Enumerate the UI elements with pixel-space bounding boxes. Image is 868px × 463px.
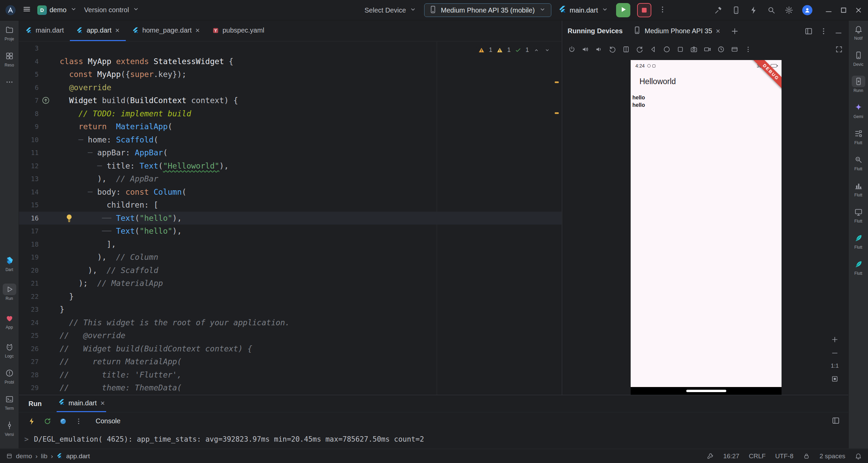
close-device-tab-icon[interactable]: × (716, 27, 720, 35)
scrollbar-warning-mark[interactable] (555, 81, 559, 83)
camera-button[interactable] (701, 43, 713, 55)
device-manager-icon[interactable] (732, 6, 741, 15)
left-strip-item-run[interactable]: Run (0, 284, 19, 301)
rotate-left-button[interactable] (606, 43, 618, 55)
bolt-icon[interactable] (749, 6, 758, 15)
code-line-4[interactable]: 4 class MyApp extends StatelessWidget { (19, 55, 561, 68)
restore-button[interactable] (715, 43, 727, 55)
code-line-19[interactable]: 19 ), // Column (19, 251, 561, 264)
breadcrumb-item[interactable]: app.dart (66, 452, 90, 460)
right-strip-item-notif[interactable]: Notif (849, 23, 868, 41)
version-control-menu[interactable]: Version control (84, 5, 140, 15)
code-line-18[interactable]: 18 ], (19, 238, 561, 251)
code-line-5[interactable]: 5 const MyApp({super.key}); (19, 68, 561, 81)
right-strip-item-flutt[interactable]: Flutt (849, 128, 868, 145)
main-menu-button[interactable] (22, 5, 31, 15)
right-strip-item-flutt[interactable]: Flutt (849, 180, 868, 197)
code-line-27[interactable]: 27 // return MaterialApp( (19, 355, 561, 368)
editor-tab-pubspec.yaml[interactable]: pubspec.yaml (206, 21, 270, 41)
zoom-ratio-label[interactable]: 1:1 (831, 363, 839, 369)
line-ending-indicator[interactable]: CRLF (749, 452, 766, 460)
rotate-right-button[interactable] (633, 43, 646, 55)
more-actions-kebab-icon[interactable] (658, 5, 667, 16)
left-strip-item-proje[interactable]: Proje (0, 24, 19, 41)
code-line-22[interactable]: 22 } (19, 290, 561, 303)
fit-screen-button[interactable] (833, 43, 845, 55)
close-tab-icon[interactable]: × (195, 27, 200, 34)
settings-icon[interactable] (785, 6, 793, 15)
code-line-29[interactable]: 29 // theme: ThemeData( (19, 381, 561, 394)
search-icon[interactable] (767, 6, 776, 15)
console-output[interactable]: > D/EGL_emulation( 4625): app_time_stats… (19, 430, 848, 448)
right-strip-item-runn[interactable]: Runn (849, 76, 868, 93)
back-button[interactable] (647, 43, 659, 55)
gesture-pill[interactable] (686, 390, 726, 392)
code-line-23[interactable]: 23 } (19, 303, 561, 316)
bolt-yellow-icon[interactable] (28, 417, 36, 425)
notifications-bell-icon[interactable] (855, 452, 862, 460)
code-editor[interactable]: 3 4 class MyApp extends StatelessWidget … (19, 42, 561, 395)
code-line-13[interactable]: 13 ), // AppBar (19, 172, 561, 186)
left-strip-item-app[interactable]: App (0, 312, 19, 330)
zoom-out-minus-icon[interactable] (831, 349, 839, 357)
project-selector[interactable]: D demo (37, 5, 78, 15)
scrollbar-warning-mark[interactable] (555, 112, 559, 114)
kebab-icon[interactable] (75, 417, 83, 425)
code-line-10[interactable]: 10 ─ home: Scaffold( (19, 133, 561, 147)
code-line-6[interactable]: 6 @override (19, 81, 561, 94)
left-strip-item-versi[interactable]: Versi (0, 420, 19, 437)
window-close-button[interactable] (851, 0, 866, 20)
build-icon[interactable] (714, 6, 723, 15)
code-line-16[interactable]: 16 ── Text("hello"), (19, 212, 561, 225)
right-strip-item-flutt[interactable]: Flutt (849, 206, 868, 224)
right-strip-item-flutt[interactable]: Flutt (849, 154, 868, 171)
left-strip-item-dart[interactable]: Dart (0, 255, 19, 272)
right-strip-item-flutt[interactable]: Flutt (849, 232, 868, 250)
left-strip-item-reso[interactable]: Reso (0, 50, 19, 67)
kebab-button[interactable] (742, 43, 754, 55)
app-dot-icon[interactable] (59, 417, 67, 425)
zoom-fit-icon[interactable] (831, 375, 839, 383)
code-line-8[interactable]: 8 // TODO: implement build (19, 107, 561, 120)
left-strip-item-logc[interactable]: Logc (0, 341, 19, 359)
code-line-14[interactable]: 14 ─ body: const Column( (19, 186, 561, 199)
window-minimize-button[interactable] (821, 0, 836, 20)
close-run-tab-icon[interactable]: × (100, 400, 105, 407)
code-line-20[interactable]: 20 ), // Scaffold (19, 264, 561, 277)
device-tab[interactable]: Medium Phone API 35 × (633, 21, 720, 41)
code-line-17[interactable]: 17 ── Text("hello"), (19, 225, 561, 238)
encoding-indicator[interactable]: UTF-8 (775, 452, 793, 460)
code-line-26[interactable]: 26 // Widget build(BuildContext context)… (19, 342, 561, 355)
console-fold-chevron[interactable]: > (19, 435, 34, 443)
stop-button[interactable] (637, 3, 651, 17)
wrench-icon[interactable] (707, 452, 714, 460)
overview-button[interactable] (674, 43, 686, 55)
left-strip-item-term[interactable]: Term (0, 393, 19, 411)
code-line-12[interactable]: 12 ─ title: Text("Helloworld"), (19, 159, 561, 173)
inspections-widget[interactable]: 1 1 1 (476, 46, 553, 54)
code-line-25[interactable]: 25 // @override (19, 329, 561, 342)
code-line-7[interactable]: 7 Widget build(BuildContext context) { (19, 94, 561, 107)
device-selector-dropdown[interactable]: Medium Phone API 35 (mobile) (424, 3, 551, 17)
user-avatar[interactable] (802, 5, 812, 15)
volume-up-button[interactable] (579, 43, 591, 55)
left-strip-item-more[interactable] (0, 76, 19, 89)
breadcrumb-item[interactable]: lib (41, 452, 47, 460)
fold-button[interactable] (620, 43, 632, 55)
run-tab-main-dart[interactable]: main.dart × (57, 395, 106, 412)
editor-tab-main.dart[interactable]: main.dart (19, 21, 70, 41)
select-device-dropdown[interactable]: Select Device (364, 5, 417, 16)
editor-tab-home_page.dart[interactable]: home_page.dart × (126, 21, 206, 41)
console-tab[interactable]: Console (96, 417, 120, 425)
power-button[interactable] (566, 43, 578, 55)
emulator-screen[interactable]: 4:24 3G Helloworld hello hello DEBUG (631, 60, 782, 395)
close-tab-icon[interactable]: × (115, 27, 120, 34)
lock-icon[interactable] (803, 452, 810, 460)
rerun-icon[interactable] (43, 417, 52, 425)
code-line-28[interactable]: 28 // title: 'Flutter', (19, 368, 561, 382)
kebab-icon[interactable] (819, 27, 828, 36)
next-problem-chevron-icon[interactable] (544, 47, 551, 54)
editor-tab-app.dart[interactable]: app.dart × (70, 21, 125, 41)
code-line-21[interactable]: 21 ); // MaterialApp (19, 277, 561, 290)
screenshot-button[interactable] (688, 43, 700, 55)
